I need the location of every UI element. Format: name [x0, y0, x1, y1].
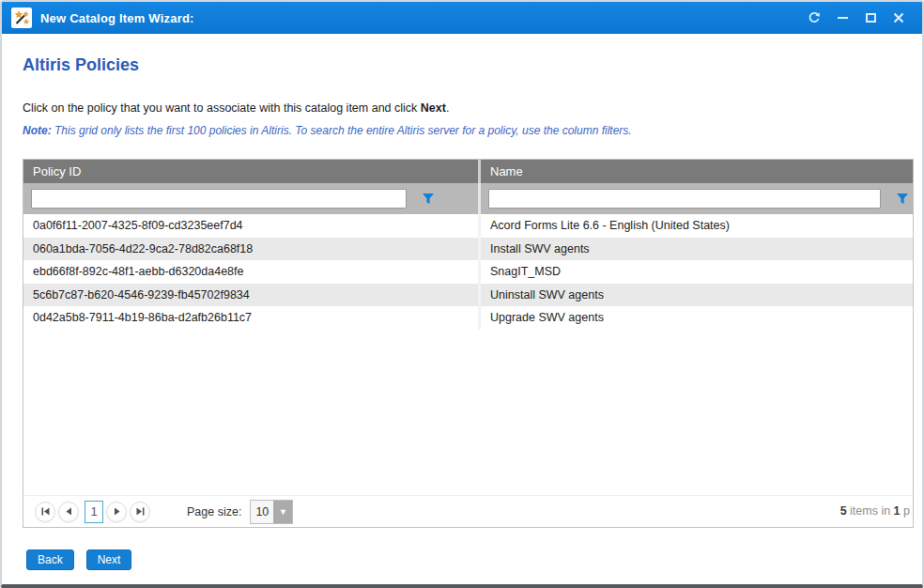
page-title: Altiris Policies — [23, 55, 139, 75]
name-filter-input[interactable] — [488, 189, 881, 209]
instruction-text: Click on the policy that you want to ass… — [23, 101, 449, 115]
page-size-value: 10 — [251, 501, 273, 523]
policy-id-cell: 0d42a5b8-7911-4b19-86ba-d2afb26b11c7 — [23, 306, 481, 330]
funnel-icon[interactable] — [422, 193, 435, 205]
policy-id-filter-cell — [23, 183, 481, 214]
current-page-indicator[interactable]: 1 — [85, 501, 103, 523]
window-controls — [800, 6, 913, 30]
name-cell: Upgrade SWV agents — [481, 306, 913, 330]
funnel-icon[interactable] — [896, 193, 909, 205]
minimize-button[interactable] — [828, 6, 856, 30]
maximize-button[interactable] — [856, 6, 885, 30]
previous-page-button[interactable] — [58, 502, 79, 522]
pager: 1 Page size: 10 ▼ 5 items in 1 p — [23, 495, 913, 527]
last-page-button[interactable] — [130, 502, 150, 522]
policy-id-cell: 0a0f6f11-2007-4325-8f09-cd3235eef7d4 — [23, 214, 481, 238]
name-cell: SnagIT_MSD — [481, 260, 913, 284]
instruction-suffix: . — [446, 101, 449, 115]
instruction-bold: Next — [421, 101, 446, 115]
wizard-window: New Catalog Item Wizard: Altiris Policie… — [0, 0, 924, 588]
first-page-button[interactable] — [35, 502, 55, 522]
table-row[interactable]: 0d42a5b8-7911-4b19-86ba-d2afb26b11c7 Upg… — [23, 306, 913, 330]
table-row[interactable]: 5c6b7c87-b620-4546-9239-fb45702f9834 Uni… — [23, 284, 913, 307]
next-page-button[interactable] — [106, 502, 127, 522]
policy-id-filter-input[interactable] — [31, 189, 407, 209]
page-size-dropdown[interactable]: 10 ▼ — [250, 500, 293, 524]
refresh-button[interactable] — [800, 6, 828, 30]
close-button[interactable] — [885, 6, 913, 30]
policy-id-cell: 060a1bda-7056-4d22-9ca2-78d82ca68f18 — [23, 238, 481, 261]
policy-id-cell: 5c6b7c87-b620-4546-9239-fb45702f9834 — [23, 284, 481, 307]
page-size-label: Page size: — [187, 505, 241, 518]
note-label: Note: — [23, 124, 52, 137]
title-bar: New Catalog Item Wizard: — [2, 2, 922, 34]
next-button[interactable]: Next — [86, 549, 132, 570]
grid-filter-row — [23, 183, 913, 214]
name-cell: Install SWV agents — [481, 238, 913, 261]
table-row[interactable]: 060a1bda-7056-4d22-9ca2-78d82ca68f18 Ins… — [23, 238, 913, 261]
grid-header-row: Policy ID Name — [23, 160, 913, 183]
policy-id-cell: ebd66f8f-892c-48f1-aebb-d6320da4e8fe — [23, 260, 481, 284]
footer: Back Next — [26, 549, 144, 570]
column-header-policy-id[interactable]: Policy ID — [23, 160, 481, 183]
items-count-info: 5 items in 1 p — [840, 504, 910, 518]
back-button[interactable]: Back — [26, 549, 74, 570]
wizard-icon — [11, 8, 32, 28]
chevron-down-icon[interactable]: ▼ — [273, 501, 292, 523]
window-title: New Catalog Item Wizard: — [40, 11, 194, 25]
note-text: Note: This grid only lists the first 100… — [23, 124, 632, 137]
name-cell: Uninstall SWV agents — [481, 284, 913, 307]
policies-grid: Policy ID Name 0a0f6f11-2007-4325-8f09-c… — [23, 159, 914, 528]
name-filter-cell — [481, 183, 913, 214]
note-body: This grid only lists the first 100 polic… — [52, 124, 632, 137]
instruction-prefix: Click on the policy that you want to ass… — [23, 101, 421, 115]
name-cell: Acord Forms Lite 6.6 - English (United S… — [481, 214, 913, 238]
table-row[interactable]: 0a0f6f11-2007-4325-8f09-cd3235eef7d4 Aco… — [23, 214, 913, 238]
column-header-name[interactable]: Name — [481, 160, 913, 183]
table-row[interactable]: ebd66f8f-892c-48f1-aebb-d6320da4e8fe Sna… — [23, 260, 913, 284]
